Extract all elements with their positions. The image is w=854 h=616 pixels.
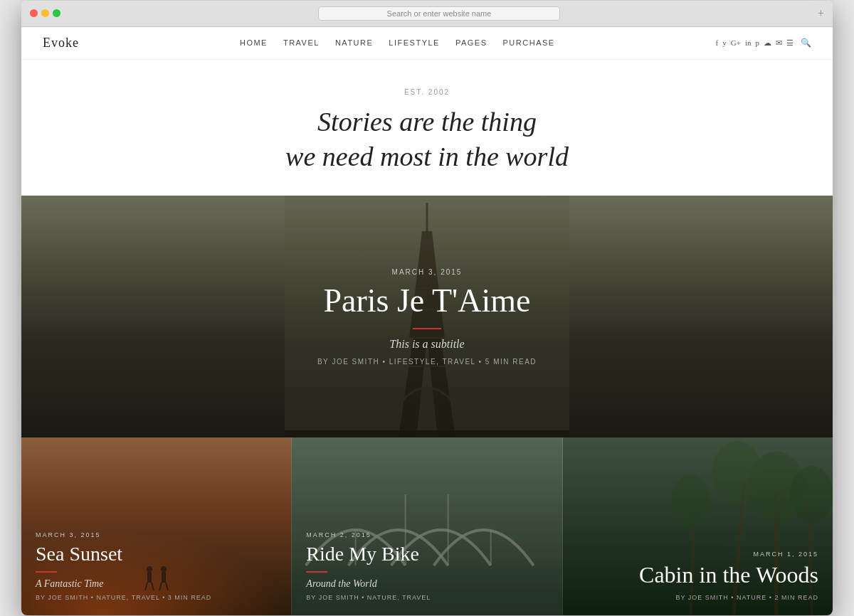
featured-post-subtitle: This is a subtitle [317,338,537,351]
svg-point-35 [670,474,710,529]
browser-dots [30,9,60,17]
card-2-meta: BY JOE SMITH • NATURE, TRAVEL [306,594,431,601]
card-2-title: Ride My Bike [306,542,431,566]
featured-post[interactable]: MARCH 3, 2015 Paris Je T'Aime This is a … [21,196,833,437]
menu-icon[interactable]: ☰ [786,38,794,48]
post-card-cabin-woods[interactable]: MARCH 1, 2015 Cabin in the Woods BY JOE … [563,437,833,615]
mail-icon[interactable]: ✉ [776,38,782,48]
featured-post-meta: BY JOE SMITH • LIFESTYLE, TRAVEL • 5 MIN… [317,358,537,366]
est-label: EST. 2002 [36,88,818,96]
cloud-icon[interactable]: ☁ [764,38,771,48]
featured-separator [413,328,441,329]
pinterest-icon[interactable]: p [756,38,760,47]
featured-post-title: Paris Je T'Aime [317,282,537,319]
svg-rect-12 [285,430,569,437]
hero-quote-line2: we need most in the world [285,142,569,171]
card-2-content: MARCH 2, 2015 Ride My Bike Around the Wo… [306,531,431,602]
card-1-title: Sea Sunset [36,542,211,566]
card-1-date: MARCH 3, 2015 [36,531,211,538]
card-1-meta: BY JOE SMITH • NATURE, TRAVEL • 3 MIN RE… [36,594,211,601]
googleplus-icon[interactable]: G+ [731,38,741,47]
svg-point-31 [712,441,761,505]
card-2-date: MARCH 2, 2015 [306,531,431,538]
nav-home[interactable]: HOME [240,38,268,47]
card-1-content: MARCH 3, 2015 Sea Sunset A Fantastic Tim… [36,531,211,602]
new-tab-button[interactable]: + [818,7,824,20]
hero-quote-line1: Stories are the thing [317,107,537,137]
post-card-ride-my-bike[interactable]: MARCH 2, 2015 Ride My Bike Around the Wo… [291,437,562,615]
browser-window: Search or enter website name + Evoke HOM… [21,1,833,616]
card-1-subtitle: A Fantastic Time [36,578,211,590]
site-logo[interactable]: Evoke [43,36,79,51]
header-social: f y G+ in p ☁ ✉ ☰ 🔍 [716,38,811,48]
facebook-icon[interactable]: f [716,38,719,47]
card-3-title: Cabin in the Woods [577,561,818,588]
nav-nature[interactable]: NATURE [335,38,373,47]
site-nav: HOME TRAVEL NATURE LIFESTYLE PAGES PURCH… [79,38,716,47]
linkedin-icon[interactable]: in [745,38,752,47]
card-3-date: MARCH 1, 2015 [577,551,818,558]
minimize-dot[interactable] [41,9,49,17]
card-2-subtitle: Around the World [306,578,431,590]
nav-purchase[interactable]: PURCHASE [503,38,555,47]
nav-pages[interactable]: PAGES [455,38,487,47]
posts-grid: MARCH 3, 2015 Sea Sunset A Fantastic Tim… [21,437,833,615]
nav-travel[interactable]: TRAVEL [283,38,320,47]
featured-post-date: MARCH 3, 2015 [317,268,537,276]
maximize-dot[interactable] [53,9,60,17]
address-bar[interactable]: Search or enter website name [318,6,560,21]
browser-address-bar-container: Search or enter website name [68,6,811,21]
card-3-content: MARCH 1, 2015 Cabin in the Woods BY JOE … [577,551,818,601]
card-2-separator [306,571,327,573]
card-3-meta: BY JOE SMITH • NATURE • 2 MIN READ [577,594,818,601]
twitter-icon[interactable]: y [722,38,727,47]
site-header: Evoke HOME TRAVEL NATURE LIFESTYLE PAGES… [21,27,833,60]
search-icon[interactable]: 🔍 [801,38,811,48]
featured-post-content: MARCH 3, 2015 Paris Je T'Aime This is a … [317,268,537,366]
nav-lifestyle[interactable]: LIFESTYLE [389,38,440,47]
svg-point-33 [790,466,833,523]
card-1-separator [36,571,57,573]
hero-tagline-section: EST. 2002 Stories are the thing we need … [21,60,833,196]
hero-quote: Stories are the thing we need most in th… [36,105,818,175]
post-card-sea-sunset[interactable]: MARCH 3, 2015 Sea Sunset A Fantastic Tim… [21,437,291,615]
browser-chrome: Search or enter website name + [21,1,833,27]
close-dot[interactable] [30,9,38,17]
